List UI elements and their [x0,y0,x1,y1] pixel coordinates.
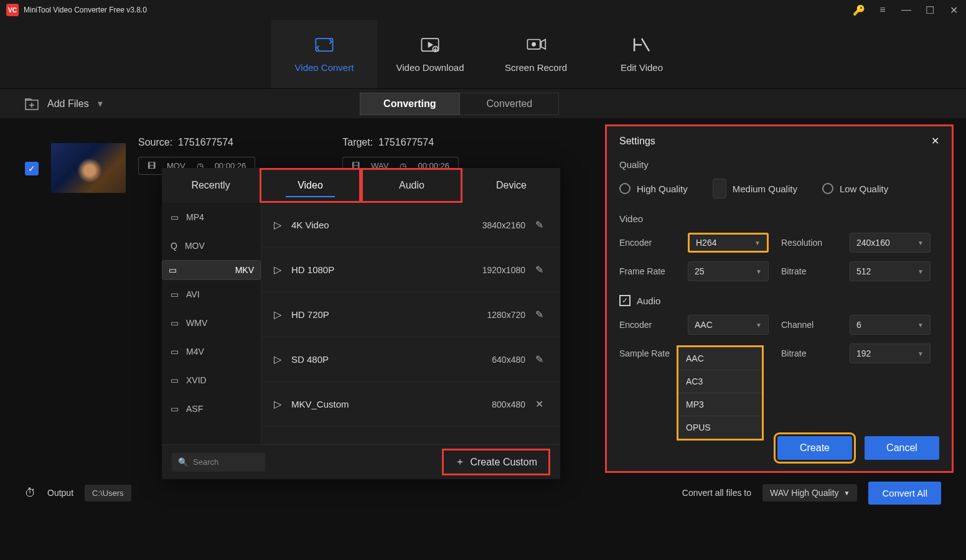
chevron-down-icon: ▼ [917,350,924,357]
tab-video-convert[interactable]: Video Convert [271,20,377,88]
tab-label: Screen Record [505,62,567,73]
delete-icon[interactable]: ✕ [535,398,548,410]
quality-low-radio[interactable]: Low Quality [822,179,888,198]
preset-row[interactable]: ▷ HD 1080P 1920x1080 ✎ [261,248,560,292]
dropdown-option-opus[interactable]: OPUS [678,416,762,439]
tab-video-download[interactable]: Video Download [377,20,483,88]
fmt-type-mov[interactable]: QMOV [162,231,261,260]
preset-row[interactable]: ▷ 4K Video 3840x2160 ✎ [261,203,560,248]
preset-row[interactable]: ▷ HD 720P 1280x720 ✎ [261,292,560,337]
preset-resolution: 1920x1080 [469,265,525,275]
fmt-tab-recently[interactable]: Recently [162,168,260,203]
option-label: MP3 [686,399,704,409]
chevron-down-icon[interactable]: ▾ [98,98,103,110]
add-files-label: Add Files [47,98,89,110]
fmt-type-avi[interactable]: ▭AVI [162,280,261,309]
output-path-value: C:\Users [92,488,124,498]
close-icon[interactable]: ✕ [931,135,939,147]
dropdown-option-ac3[interactable]: AC3 [678,370,762,393]
close-icon[interactable]: ✕ [947,4,960,16]
create-custom-button[interactable]: ＋ Create Custom [442,449,550,475]
format-types-list[interactable]: ▭MP4 QMOV ▭MKV ▭AVI ▭WMV ▭M4V ▭XVID ▭ASF [162,203,261,444]
fmt-type-label: MOV [185,241,205,251]
create-custom-label: Create Custom [470,457,537,468]
audio-bitrate-label: Bitrate [781,348,837,358]
video-encoder-select[interactable]: H264▼ [688,233,769,253]
fmt-tab-audio[interactable]: Audio [361,168,462,203]
play-file-icon: ▷ [274,264,281,276]
fmt-type-label: AVI [186,289,200,299]
select-value: 192 [856,348,871,358]
fmt-type-m4v[interactable]: ▭M4V [162,337,261,366]
preset-row[interactable]: ▷ MKV_Custom 800x480 ✕ [261,382,560,427]
fmt-type-asf[interactable]: ▭ASF [162,394,261,423]
convert-icon [314,36,335,54]
format-panel: Recently Video Audio Device ▭MP4 QMOV ▭M… [162,168,560,479]
edit-icon[interactable]: ✎ [535,353,548,365]
quality-high-radio[interactable]: High Quality [619,179,688,198]
fmt-type-label: WMV [186,318,207,328]
video-thumbnail[interactable] [51,143,126,193]
preset-name: HD 1080P [291,264,459,275]
row-checkbox[interactable]: ✓ [25,162,39,175]
play-file-icon: ▷ [274,398,281,410]
clock-icon[interactable]: ⏱ [25,487,36,500]
fmt-tab-device[interactable]: Device [462,168,560,203]
segment-converted[interactable]: Converted [459,93,559,115]
convert-all-to-label: Convert all files to [682,488,751,498]
fmt-type-xvid[interactable]: ▭XVID [162,366,261,394]
play-file-icon: ▷ [274,219,281,231]
presets-list[interactable]: ▷ 4K Video 3840x2160 ✎ ▷ HD 1080P 1920x1… [261,203,560,444]
edit-icon[interactable]: ✎ [535,264,548,276]
settings-title: Settings [619,136,655,147]
preset-resolution: 1280x720 [469,310,525,320]
tab-edit-video[interactable]: Edit Video [589,20,695,88]
fmt-type-label: MKV [235,265,254,275]
key-icon[interactable]: 🔑 [853,4,865,16]
edit-icon[interactable]: ✎ [535,309,548,320]
format-icon: ▭ [171,375,179,385]
video-framerate-select[interactable]: 25▼ [688,261,769,281]
fmt-tab-video[interactable]: Video [260,168,361,203]
convert-all-format-select[interactable]: WAV High Quality▼ [762,484,857,502]
preset-row[interactable]: ▷ SD 480P 640x480 ✎ [261,337,560,382]
minimize-icon[interactable]: — [900,4,912,16]
audio-channel-select[interactable]: 6▼ [850,315,931,335]
audio-bitrate-select[interactable]: 192▼ [850,343,931,363]
fmt-type-wmv[interactable]: ▭WMV [162,309,261,337]
audio-enable-checkbox[interactable] [619,295,631,306]
option-label: AC3 [686,376,703,386]
video-resolution-select[interactable]: 240x160▼ [850,233,931,253]
chevron-down-icon: ▼ [917,268,924,275]
dropdown-option-mp3[interactable]: MP3 [678,393,762,416]
menu-icon[interactable]: ≡ [876,4,889,16]
audio-encoder-select[interactable]: AAC▼ [688,315,769,335]
format-icon: ▭ [171,318,179,328]
tab-label: Video Convert [295,62,354,73]
fmt-type-mp4[interactable]: ▭MP4 [162,203,261,231]
add-file-icon [25,98,39,110]
output-path[interactable]: C:\Users [85,485,131,502]
cancel-button[interactable]: Cancel [865,436,939,460]
button-label: Convert All [882,488,927,498]
dropdown-option-aac[interactable]: AAC [678,347,762,370]
segment-converting[interactable]: Converting [360,93,459,115]
tab-label: Recently [191,180,230,191]
tab-screen-record[interactable]: Screen Record [483,20,589,88]
video-bitrate-select[interactable]: 512▼ [850,261,931,281]
radio-label: Medium Quality [733,184,797,194]
edit-icon[interactable]: ✎ [535,219,548,231]
format-icon: ▭ [171,404,179,414]
format-icon: ▭ [169,265,177,275]
quality-medium-radio[interactable]: Medium Quality [713,179,797,198]
maximize-icon[interactable]: ☐ [924,4,936,16]
fmt-type-mkv[interactable]: ▭MKV [162,260,261,280]
add-files-button[interactable]: Add Files ▾ [25,98,103,110]
audio-encoder-dropdown[interactable]: AAC AC3 MP3 OPUS [677,345,764,441]
search-input[interactable]: 🔍 Search [172,453,265,472]
button-label: Cancel [886,442,917,453]
fmt-type-label: ASF [186,404,203,414]
convert-all-button[interactable]: Convert All [868,482,941,505]
chevron-down-icon: ▼ [756,322,762,329]
create-button[interactable]: Create [777,436,852,460]
